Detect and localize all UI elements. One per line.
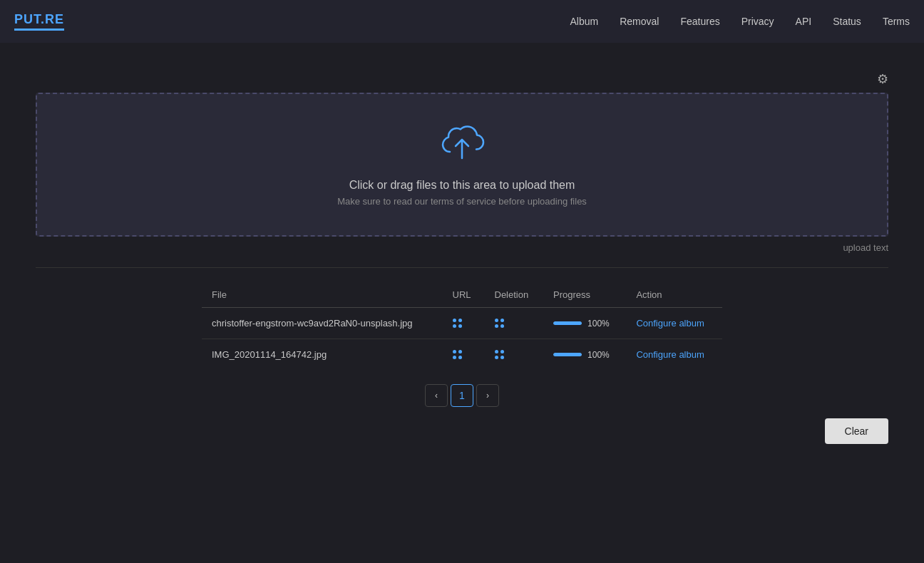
url-dots-icon	[453, 350, 475, 359]
clear-row: Clear	[36, 418, 888, 444]
dot	[453, 350, 456, 353]
progress-cell-1: 100%	[543, 308, 626, 339]
upload-subtitle: Make sure to read our terms of service b…	[337, 196, 587, 207]
deletion-dots-icon	[495, 350, 534, 359]
table-body: christoffer-engstrom-wc9avd2RaN0-unsplas…	[202, 308, 722, 371]
upload-cloud-icon	[437, 123, 487, 167]
upload-area[interactable]: Click or drag files to this area to uplo…	[36, 93, 888, 237]
dot	[495, 350, 498, 353]
url-dots-icon	[453, 319, 475, 328]
nav-features[interactable]: Features	[680, 12, 719, 31]
deletion-icon-1	[485, 308, 544, 339]
nav-status[interactable]: Status	[833, 12, 861, 31]
divider	[36, 267, 888, 268]
dot	[453, 356, 456, 359]
col-action: Action	[626, 282, 722, 308]
url-icon-1	[443, 308, 485, 339]
progress-bar-bg	[553, 353, 582, 356]
deletion-icon-2	[485, 339, 544, 371]
clear-button[interactable]: Clear	[825, 418, 888, 444]
chevron-right-icon: ›	[486, 391, 489, 401]
configure-album-link-1[interactable]: Configure album	[636, 318, 704, 329]
dot	[458, 356, 462, 359]
nav-privacy[interactable]: Privacy	[741, 12, 774, 31]
configure-album-link-2[interactable]: Configure album	[636, 349, 704, 360]
action-cell-2: Configure album	[626, 339, 722, 371]
deletion-dots-icon	[495, 319, 534, 328]
nav-album[interactable]: Album	[570, 12, 599, 31]
progress-text-1: 100%	[587, 319, 610, 329]
file-name-2: IMG_20201114_164742.jpg	[202, 339, 443, 371]
url-icon-2	[443, 339, 485, 371]
nav-terms[interactable]: Terms	[883, 12, 910, 31]
progress-bar-fill	[553, 321, 582, 325]
upload-text-row: upload text	[36, 242, 888, 253]
progress-text-2: 100%	[587, 350, 610, 360]
main-content: ⚙ Click or drag files to this area to up…	[0, 43, 924, 465]
table-row: IMG_20201114_164742.jpg	[202, 339, 722, 371]
header: PUT.RE Album Removal Features Privacy AP…	[0, 0, 924, 43]
chevron-left-icon: ‹	[435, 391, 438, 401]
pagination: ‹ 1 ›	[36, 384, 888, 407]
settings-button[interactable]: ⚙	[877, 71, 888, 87]
dot	[495, 324, 498, 328]
dot	[458, 319, 462, 322]
nav: Album Removal Features Privacy API Statu…	[570, 12, 910, 31]
prev-page-button[interactable]: ‹	[425, 384, 448, 407]
dot	[453, 319, 456, 322]
dot	[495, 319, 498, 322]
page-number: 1	[459, 390, 465, 401]
col-progress: Progress	[543, 282, 626, 308]
file-table: File URL Deletion Progress Action christ…	[202, 282, 722, 370]
progress-cell-2: 100%	[543, 339, 626, 371]
action-cell-1: Configure album	[626, 308, 722, 339]
upload-title: Click or drag files to this area to uplo…	[349, 179, 575, 192]
settings-row: ⚙	[36, 71, 888, 87]
progress-bar-bg	[553, 321, 582, 325]
dot	[500, 324, 504, 328]
col-file: File	[202, 282, 443, 308]
logo[interactable]: PUT.RE	[14, 12, 64, 31]
next-page-button[interactable]: ›	[476, 384, 499, 407]
nav-api[interactable]: API	[796, 12, 812, 31]
dot	[453, 324, 456, 328]
progress-bar-fill	[553, 353, 582, 356]
table-header: File URL Deletion Progress Action	[202, 282, 722, 308]
dot	[500, 356, 504, 359]
gear-icon: ⚙	[877, 72, 888, 86]
col-deletion: Deletion	[485, 282, 544, 308]
page-1-button[interactable]: 1	[451, 384, 473, 407]
dot	[458, 324, 462, 328]
table-row: christoffer-engstrom-wc9avd2RaN0-unsplas…	[202, 308, 722, 339]
nav-removal[interactable]: Removal	[620, 12, 659, 31]
dot	[495, 356, 498, 359]
file-name-1: christoffer-engstrom-wc9avd2RaN0-unsplas…	[202, 308, 443, 339]
dot	[500, 350, 504, 353]
col-url: URL	[443, 282, 485, 308]
dot	[500, 319, 504, 322]
dot	[458, 350, 462, 353]
upload-text-link[interactable]: upload text	[843, 242, 888, 253]
